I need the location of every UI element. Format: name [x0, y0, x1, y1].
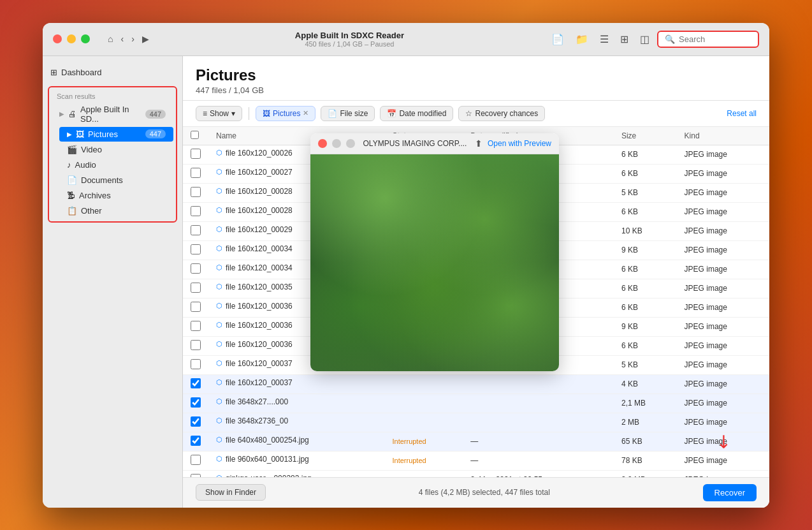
file-name-text: file 160x120_00037 — [226, 359, 293, 368]
sidebar-item-other[interactable]: 📋 Other — [59, 203, 173, 218]
row-kind: JPEG image — [677, 470, 769, 477]
remove-pictures-filter-icon[interactable]: ✕ — [303, 109, 308, 117]
row-checkbox[interactable] — [191, 474, 201, 477]
recover-button[interactable]: Recover — [703, 484, 757, 501]
file-type-icon: ⬡ — [216, 474, 222, 477]
reset-all-button[interactable]: Reset all — [727, 109, 757, 118]
row-checkbox[interactable] — [191, 187, 201, 197]
preview-nav-prev-button[interactable] — [332, 139, 341, 148]
sidebar-item-dashboard[interactable]: ⊞ Dashboard — [43, 64, 182, 81]
view-grid-button[interactable]: ⊞ — [616, 31, 632, 48]
row-date — [463, 374, 614, 394]
row-checkbox[interactable] — [191, 302, 201, 312]
file-size-filter-button[interactable]: 📄 File size — [321, 106, 375, 121]
sidebar-item-documents[interactable]: 📄 Documents — [59, 173, 173, 188]
audio-icon: ♪ — [67, 160, 71, 170]
file-type-icon: ⬡ — [216, 302, 222, 310]
row-date: — — [463, 451, 614, 470]
documents-icon: 📄 — [67, 175, 77, 185]
view-file-button[interactable]: 📄 — [547, 31, 568, 48]
select-all-checkbox[interactable] — [191, 131, 199, 139]
row-checkbox[interactable] — [191, 263, 201, 274]
row-name: ⬡ file 3648x27....000 — [208, 394, 336, 409]
row-checkbox-cell — [183, 374, 208, 394]
row-checkbox[interactable] — [191, 225, 201, 235]
row-kind: JPEG image — [677, 317, 769, 336]
file-type-icon: ⬡ — [216, 187, 222, 195]
file-name-text: file 160x120_00034 — [226, 244, 293, 253]
row-checkbox[interactable] — [191, 455, 201, 465]
row-checkbox[interactable] — [191, 206, 201, 216]
show-in-finder-button[interactable]: Show in Finder — [196, 484, 266, 501]
row-size: 10 KB — [614, 221, 677, 240]
recovery-chances-filter-button[interactable]: ☆ Recovery chances — [458, 106, 545, 121]
row-checkbox[interactable] — [191, 340, 201, 350]
row-status — [384, 374, 463, 394]
row-checkbox-cell — [183, 145, 208, 164]
file-name-text: file 640x480_000254.jpg — [226, 436, 309, 445]
row-name: ⬡ file 3648x2736_00 — [208, 413, 336, 429]
maximize-button[interactable] — [81, 34, 90, 43]
row-checkbox[interactable] — [191, 359, 201, 369]
preview-nav-next-button[interactable] — [346, 139, 355, 148]
row-kind: JPEG image — [677, 394, 769, 413]
back-button[interactable]: ‹ — [118, 31, 126, 47]
row-checkbox[interactable] — [191, 244, 201, 254]
file-name-text: file 160x120_00029 — [226, 225, 293, 234]
show-filter-button[interactable]: ≡ Show ▾ — [196, 106, 242, 121]
sidebar-item-video[interactable]: 🎬 Video — [59, 142, 173, 157]
minimize-button[interactable] — [67, 34, 76, 43]
row-checkbox[interactable] — [191, 436, 201, 446]
file-table-container: Name Status Date modified Size Kind ⬡ fi… — [183, 127, 769, 477]
row-size: 4 KB — [614, 374, 677, 394]
row-checkbox[interactable] — [191, 168, 201, 178]
row-status — [384, 413, 463, 432]
header-size: Size — [614, 127, 677, 145]
date-modified-filter-button[interactable]: 📅 Date modified — [380, 106, 453, 121]
scan-results-section: Scan results ▶ 🖨 Apple Built In SD... 44… — [48, 86, 177, 223]
row-checkbox[interactable] — [191, 378, 201, 388]
open-with-preview-button[interactable]: Open with Preview — [488, 139, 551, 148]
sidebar-item-audio[interactable]: ♪ Audio — [59, 158, 173, 172]
file-name-text: file 160x120_00026 — [226, 149, 293, 158]
view-folder-button[interactable]: 📁 — [572, 31, 592, 48]
preview-close-button[interactable]: ✕ — [318, 139, 327, 148]
row-checkbox[interactable] — [191, 397, 201, 408]
forward-button[interactable]: › — [129, 31, 137, 47]
row-checkbox[interactable] — [191, 416, 201, 427]
device-name: Apple Built In SDXC Reader — [152, 31, 547, 40]
row-status: Interrupted — [384, 432, 463, 451]
filter-divider — [249, 107, 249, 120]
row-date — [463, 394, 614, 413]
row-checkbox-cell — [183, 240, 208, 260]
sidebar-item-device[interactable]: ▶ 🖨 Apple Built In SD... 447 — [52, 102, 173, 126]
play-button[interactable]: ▶ — [140, 31, 152, 47]
table-row: ⬡ file 3648x27....000 2,1 MB JPEG image — [183, 394, 769, 413]
preview-share-button[interactable]: ⬆ — [475, 138, 482, 149]
row-kind: JPEG image — [677, 260, 769, 279]
row-size: 6 KB — [614, 164, 677, 183]
sidebar-item-pictures[interactable]: ▶ 🖼 Pictures 447 — [59, 127, 173, 142]
sidebar-item-archives[interactable]: 🗜 Archives — [59, 188, 173, 203]
row-checkbox[interactable] — [191, 321, 201, 331]
view-list-button[interactable]: ☰ — [596, 31, 613, 48]
status-bar: Show in Finder 4 files (4,2 MB) selected… — [183, 477, 769, 508]
row-size: 6 KB — [614, 336, 677, 355]
search-icon: 🔍 — [665, 34, 675, 44]
preview-image-content — [310, 154, 559, 371]
table-row: ⬡ file 160x120_00037 4 KB JPEG image — [183, 374, 769, 394]
expand-arrow-icon: ▶ — [59, 110, 64, 117]
home-button[interactable]: ⌂ — [105, 31, 115, 47]
file-name-text: file 160x120_00037 — [226, 378, 293, 387]
row-name: ⬡ file 160x120_00037 — [208, 375, 336, 390]
row-checkbox[interactable] — [191, 283, 201, 293]
row-checkbox[interactable] — [191, 149, 201, 159]
row-kind: JPEG image — [677, 374, 769, 394]
pictures-filter-tag[interactable]: 🖼 Pictures ✕ — [256, 106, 315, 121]
file-name-text: file 160x120_00036 — [226, 302, 293, 311]
view-split-button[interactable]: ◫ — [636, 31, 653, 48]
search-input[interactable] — [679, 34, 751, 44]
row-kind: JPEG image — [677, 413, 769, 432]
search-box[interactable]: 🔍 — [657, 31, 759, 48]
close-button[interactable] — [53, 34, 62, 43]
